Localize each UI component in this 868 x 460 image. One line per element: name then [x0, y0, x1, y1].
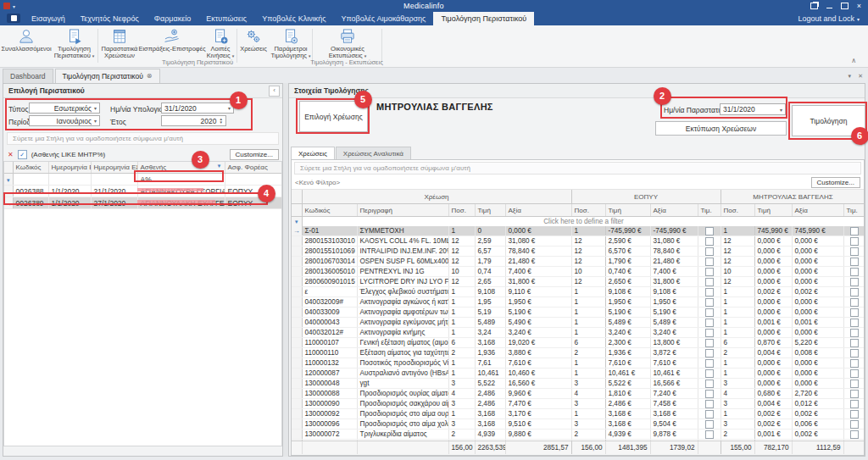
print-charges-button[interactable]: Εκτύπωση Χρεώσεων	[655, 121, 787, 136]
invoice-checkbox-cell[interactable]	[843, 308, 865, 318]
invoice-checkbox-cell[interactable]	[698, 419, 721, 430]
tab-2[interactable]: Χρεώσεις Αναλυτικά	[336, 147, 411, 160]
checkbox-unchecked[interactable]	[850, 237, 859, 246]
autofilter-cell[interactable]	[91, 174, 137, 186]
column-header-5[interactable]: Ασφ. Φορέας	[225, 162, 282, 174]
checkbox-unchecked[interactable]	[850, 339, 859, 347]
checkbox-unchecked[interactable]	[850, 420, 859, 429]
checkbox-unchecked[interactable]	[705, 400, 714, 408]
charge-row[interactable]: 130000090Προσδιορισμός σακχάρου αίματος …	[292, 399, 865, 409]
charge-row[interactable]: 130000048γgt35,52216,560 €35,522 €16,566…	[292, 379, 865, 389]
charge-row[interactable]: εΈλεγχος φλεβικού συστήματος κάτω άκρων …	[292, 287, 865, 297]
column-header-3[interactable]: Ημερομηνία Εξόδου	[91, 162, 137, 174]
checkbox-unchecked[interactable]	[705, 319, 714, 327]
group-by-bar[interactable]: Σύρετε μια Στήλη για να ομαδοποιήσετε σύ…	[294, 162, 861, 175]
ribbon-button-contacts[interactable]: Συναλλασσόμενοι	[2, 27, 51, 65]
charge-row[interactable]: 110000110Εξέταση αίματος για ταχύτητα κα…	[292, 348, 865, 358]
invoice-checkbox-cell[interactable]	[698, 328, 721, 338]
invoice-checkbox-cell[interactable]	[698, 267, 721, 277]
customize-filter-button[interactable]: Customize...	[811, 177, 860, 188]
menu-tab-1[interactable]: Εισαγωγή	[24, 12, 73, 25]
charge-row[interactable]: 040032012#Ακτινογραφία κνήμης13,243,240 …	[292, 328, 865, 338]
checkbox-unchecked[interactable]	[705, 247, 714, 256]
invoice-checkbox-cell[interactable]	[698, 348, 721, 358]
invoice-checkbox-cell[interactable]	[698, 409, 721, 419]
charge-row[interactable]: →Σ-01ΣΥΜΜΕΤΟΧΗ100,000 €1-745,990 €-745,9…	[292, 226, 865, 236]
ribbon-button-invoicing-parameters[interactable]: ΠαράμετροιΤιμολόγησης▾	[270, 27, 312, 65]
app-menu-icon[interactable]	[7, 14, 20, 23]
invoice-checkbox-cell[interactable]	[698, 389, 721, 399]
charge-row[interactable]: 130000096Προσδιορισμός στο αίμα χοληστερ…	[292, 419, 865, 430]
tab-close-icon[interactable]: ✕	[858, 73, 863, 80]
checkbox-unchecked[interactable]	[850, 227, 859, 236]
invoice-checkbox-cell[interactable]	[843, 348, 865, 358]
invoice-checkbox-cell[interactable]	[843, 389, 865, 399]
checkbox-unchecked[interactable]	[850, 349, 859, 357]
charge-row[interactable]: 040032009#Ακτινογραφία αγκώνος ή κατ' ώμ…	[292, 297, 865, 308]
column-header-11[interactable]: Τιμή	[754, 204, 792, 217]
checkbox-unchecked[interactable]	[850, 359, 859, 368]
charge-row[interactable]: 130000088Προσδιορισμός ουρίας αίματος42,…	[292, 389, 865, 399]
column-header-8[interactable]: Αξία	[650, 204, 698, 217]
checkbox-unchecked[interactable]	[850, 278, 859, 286]
ribbon-button-charge-documents[interactable]: ΠαραστατικάΧρεώσεων	[99, 27, 140, 65]
group-by-bar[interactable]: Σύρετε μια Στήλη για να ομαδοποιήσετε σύ…	[7, 132, 279, 145]
invoice-checkbox-cell[interactable]	[698, 379, 721, 389]
column-header-6[interactable]: Ποσ.	[571, 204, 605, 217]
checkbox-unchecked[interactable]	[850, 410, 859, 418]
tab-1[interactable]: Χρεώσεις	[291, 147, 335, 160]
invoice-checkbox-cell[interactable]	[698, 338, 721, 348]
invoice-checkbox-cell[interactable]	[843, 247, 865, 257]
column-header-2[interactable]: Περιγραφή	[357, 204, 448, 217]
invoice-checkbox-cell[interactable]	[843, 226, 865, 236]
invoice-checkbox-cell[interactable]	[843, 369, 865, 379]
column-header-3[interactable]: Ποσ.	[448, 204, 475, 217]
invoice-checkbox-cell[interactable]	[698, 236, 721, 247]
invoice-checkbox-cell[interactable]	[843, 338, 865, 348]
checkbox-unchecked[interactable]	[850, 430, 859, 439]
document-tab-2[interactable]: Τιμολόγηση Περιστατικού⊗	[55, 69, 160, 83]
period-select[interactable]: Ιανουάριος ▾	[29, 115, 100, 126]
charge-row[interactable]: 130000072Τριγλυκερίδια αίματος24,9399,88…	[292, 430, 865, 440]
charge-row[interactable]: 2800155101069INTRALIPID INJ.EM.INF. 20% …	[292, 247, 865, 257]
checkbox-unchecked[interactable]	[850, 329, 859, 337]
autofilter-cell[interactable]	[13, 174, 48, 186]
invoice-checkbox-cell[interactable]	[698, 369, 721, 379]
checkbox-unchecked[interactable]	[850, 298, 859, 307]
panel-collapse-icon[interactable]: ‹	[269, 86, 280, 97]
column-header-9[interactable]: Τιμ.	[698, 204, 721, 217]
autofilter-cell[interactable]: Α%	[137, 174, 225, 186]
checkbox-unchecked[interactable]	[705, 390, 714, 398]
column-header-13[interactable]: Τιμ.	[843, 204, 865, 217]
maximize-icon[interactable]	[841, 3, 849, 9]
invoice-checkbox-cell[interactable]	[843, 297, 865, 308]
menu-tab-7[interactable]: Τιμολόγηση Περιστατικού	[433, 12, 534, 25]
column-header-7[interactable]: Τιμή	[605, 204, 650, 217]
column-header-12[interactable]: Αξία	[792, 204, 843, 217]
filter-enabled-checkbox[interactable]: ✓	[18, 150, 27, 159]
close-tab-icon[interactable]: ⊗	[147, 69, 153, 83]
invoice-checkbox-cell[interactable]	[698, 308, 721, 318]
charge-row[interactable]: 110000107Γενική εξέταση αίματος (αιμοσφα…	[292, 338, 865, 348]
type-select[interactable]: Εσωτερικός ▾	[29, 103, 100, 114]
autofilter-cell[interactable]	[48, 174, 91, 186]
define-filter-cell[interactable]: Click here to define a filter	[302, 217, 865, 227]
checkbox-unchecked[interactable]	[705, 227, 714, 236]
invoice-checkbox-cell[interactable]	[698, 247, 721, 257]
column-header-1[interactable]: Κωδικός	[13, 162, 48, 174]
charge-row[interactable]: 2800153103010KAOSYL COLL 4% FL. 10ML122,…	[292, 236, 865, 247]
checkbox-unchecked[interactable]	[705, 268, 714, 276]
tab-list-icon[interactable]: ▾	[849, 73, 852, 80]
calc-date-select[interactable]: 31/1/2020 ▾	[161, 103, 234, 114]
minimize-icon[interactable]	[826, 8, 832, 8]
column-header-10[interactable]: Ποσ.	[721, 204, 754, 217]
charge-row[interactable]: 120000087Αυστραλιανό αντιγόνο (HBsAg)110…	[292, 369, 865, 379]
checkbox-unchecked[interactable]	[705, 339, 714, 347]
clear-filter-icon[interactable]: ✕	[8, 151, 14, 158]
checkbox-unchecked[interactable]	[705, 349, 714, 357]
invoice-checkbox-cell[interactable]	[698, 318, 721, 328]
checkbox-unchecked[interactable]	[705, 369, 714, 378]
checkbox-unchecked[interactable]	[850, 268, 859, 276]
checkbox-unchecked[interactable]	[850, 319, 859, 327]
invoice-checkbox-cell[interactable]	[843, 430, 865, 440]
